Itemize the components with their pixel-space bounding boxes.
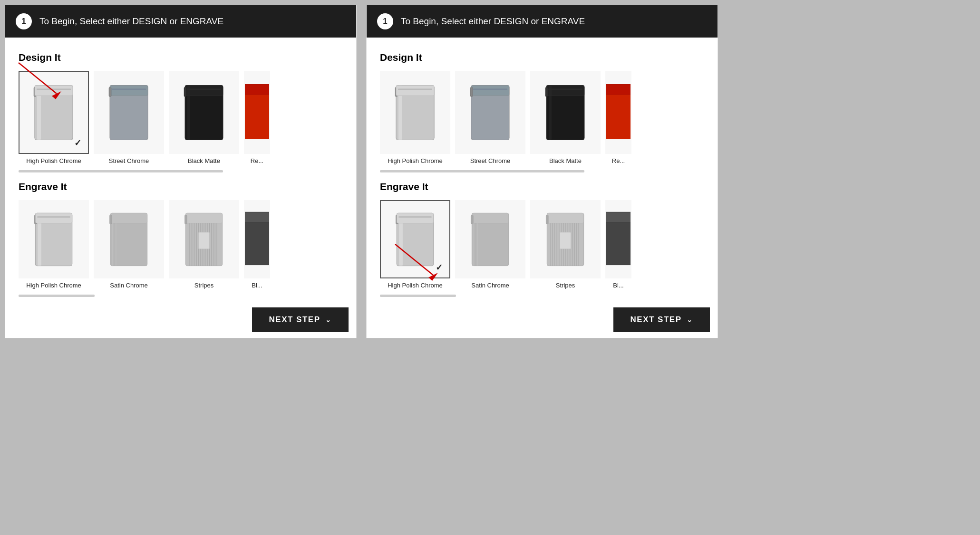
svg-rect-69: [473, 89, 507, 90]
engrave-section-title: Engrave It: [19, 181, 343, 192]
lighter-label: High Polish Chrome: [388, 282, 443, 289]
design-lighter-grid: ✓High Polish Chrome Street Chrome Black …: [19, 71, 343, 164]
svg-rect-64: [398, 89, 432, 90]
next-step-button[interactable]: NEXT STEP⌄: [252, 307, 349, 332]
lighter-label: Street Chrome: [470, 157, 511, 164]
svg-rect-16: [187, 89, 221, 90]
chevron-down-icon: ⌄: [325, 316, 332, 324]
design-lighter-item[interactable]: Street Chrome: [455, 71, 525, 164]
svg-rect-12: [112, 89, 146, 90]
svg-rect-53: [198, 232, 209, 249]
checkmark-icon: ✓: [436, 262, 443, 273]
panel-right: 1To Begin, Select either DESIGN or ENGRA…: [366, 5, 718, 338]
lighter-label: Bl...: [613, 282, 623, 289]
svg-rect-112: [605, 212, 631, 222]
lighter-image-wrap: [605, 71, 631, 154]
lighter-label: Satin Chrome: [471, 282, 509, 289]
lighter-image-wrap: [94, 200, 164, 278]
section-divider-design: [19, 170, 223, 172]
engrave-lighter-item[interactable]: Stripes: [530, 200, 601, 289]
svg-rect-36: [184, 215, 187, 224]
lighter-image-wrap: [455, 71, 525, 154]
svg-rect-67: [471, 86, 509, 96]
header-text: To Begin, Select either DESIGN or ENGRAV…: [39, 16, 223, 27]
svg-rect-10: [110, 86, 148, 96]
lighter-label: Re...: [612, 157, 625, 164]
panel-header: 1To Begin, Select either DESIGN or ENGRA…: [5, 5, 356, 38]
engrave-section-title: Engrave It: [380, 181, 704, 192]
lighter-label: Black Matte: [549, 157, 582, 164]
lighter-image-wrap: [244, 71, 270, 154]
svg-rect-74: [549, 86, 552, 140]
svg-rect-68: [470, 87, 473, 97]
svg-rect-7: [37, 89, 71, 90]
lighter-image-wrap: [169, 200, 239, 278]
next-step-label: NEXT STEP: [631, 315, 682, 325]
svg-rect-26: [35, 213, 72, 223]
svg-rect-84: [398, 216, 432, 218]
lighter-image-wrap: [530, 71, 601, 154]
engrave-lighter-item[interactable]: High Polish Chrome: [19, 200, 89, 289]
lighter-image-wrap: [605, 200, 631, 278]
design-lighter-item[interactable]: Re...: [605, 71, 631, 164]
svg-rect-83: [397, 213, 433, 223]
engrave-lighter-grid: ✓High Polish Chrome Satin Chrome: [380, 200, 704, 289]
design-section-title: Design It: [380, 52, 704, 63]
panel-body: Design It High Polish Chrome: [367, 38, 718, 302]
svg-rect-86: [472, 213, 508, 223]
engrave-lighter-item[interactable]: Bl...: [605, 200, 631, 289]
panel-body: Design It ✓High Polish Chrome: [5, 38, 356, 302]
engrave-lighter-item[interactable]: Satin Chrome: [94, 200, 164, 289]
next-step-label: NEXT STEP: [269, 315, 320, 325]
design-lighter-item[interactable]: Street Chrome: [94, 71, 164, 164]
design-lighter-grid: High Polish Chrome Street Chrome Black M…: [380, 71, 704, 164]
step-badge: 1: [16, 13, 32, 29]
panel-footer: NEXT STEP⌄: [367, 302, 718, 338]
svg-rect-35: [185, 213, 222, 223]
lighter-label: Bl...: [252, 282, 262, 289]
design-lighter-item[interactable]: Re...: [244, 71, 270, 164]
next-step-button[interactable]: NEXT STEP⌄: [613, 307, 710, 332]
lighter-label: High Polish Chrome: [26, 282, 81, 289]
checkmark-icon: ✓: [74, 138, 81, 148]
svg-rect-76: [605, 85, 631, 95]
lighter-label: Street Chrome: [109, 157, 149, 164]
svg-rect-6: [35, 86, 73, 96]
svg-rect-30: [109, 215, 112, 224]
svg-rect-55: [244, 212, 270, 222]
engrave-lighter-item[interactable]: ✓High Polish Chrome: [380, 200, 450, 289]
lighter-label: High Polish Chrome: [26, 157, 81, 164]
lighter-label: Stripes: [556, 282, 575, 289]
engrave-lighter-item[interactable]: Bl...: [244, 200, 270, 289]
lighter-image-wrap: [455, 200, 525, 278]
lighter-label: Black Matte: [188, 157, 220, 164]
design-lighter-item[interactable]: ✓High Polish Chrome: [19, 71, 89, 164]
lighter-image-wrap: [169, 71, 239, 154]
lighter-image-wrap: [19, 200, 89, 278]
design-lighter-item[interactable]: Black Matte: [169, 71, 239, 164]
svg-rect-71: [546, 86, 584, 96]
svg-rect-92: [547, 213, 583, 223]
svg-rect-15: [184, 87, 186, 97]
header-text: To Begin, Select either DESIGN or ENGRAV…: [401, 16, 585, 27]
lighter-label: Re...: [251, 157, 263, 164]
lighter-image-wrap: ✓: [19, 71, 89, 154]
svg-rect-73: [548, 89, 582, 90]
engrave-lighter-item[interactable]: Stripes: [169, 200, 239, 289]
step-badge: 1: [377, 13, 393, 29]
section-divider-engrave: [19, 295, 95, 297]
design-lighter-item[interactable]: High Polish Chrome: [380, 71, 450, 164]
engrave-lighter-grid: High Polish Chrome Satin Chrome: [19, 200, 343, 289]
design-lighter-item[interactable]: Black Matte: [530, 71, 601, 164]
section-divider-design: [380, 170, 584, 172]
svg-rect-27: [37, 216, 70, 218]
panel-left: 1To Begin, Select either DESIGN or ENGRA…: [5, 5, 357, 338]
engrave-lighter-item[interactable]: Satin Chrome: [455, 200, 525, 289]
lighter-image-wrap: [530, 200, 601, 278]
svg-rect-11: [109, 87, 111, 97]
svg-rect-17: [187, 86, 190, 140]
lighter-label: High Polish Chrome: [388, 157, 443, 164]
svg-rect-19: [244, 85, 270, 95]
section-divider-engrave: [380, 295, 456, 297]
lighter-image-wrap: [94, 71, 164, 154]
